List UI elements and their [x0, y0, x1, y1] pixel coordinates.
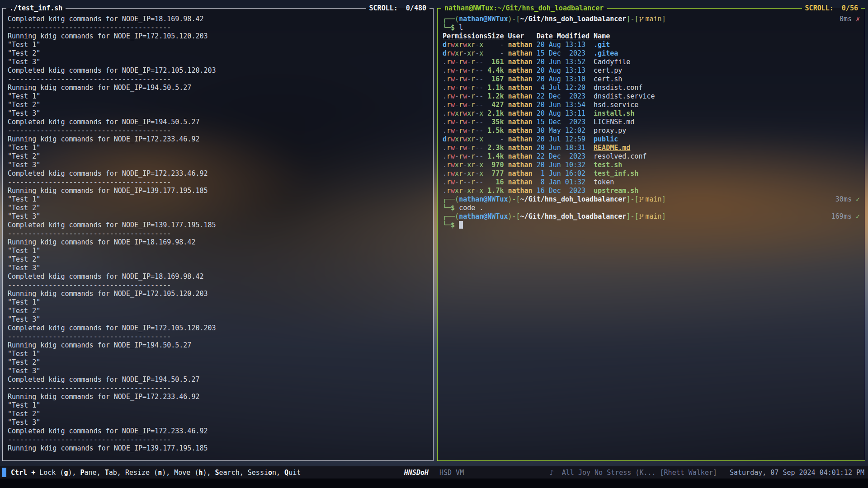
file-row[interactable]: .rw-rw-r--1.5knathan30 May 12:02proxy.py: [443, 127, 860, 135]
file-listing: PermissionsSizeUserDate ModifiedNamedrwx…: [443, 32, 860, 195]
statusbar-center: HNSDoH HSD VM: [404, 469, 464, 477]
file-owner: nathan: [508, 92, 532, 101]
log-line: ----------------------------------------: [8, 178, 428, 187]
prompt-line: ┌──(nathan@NWTux)-[~/Git/hns_doh_loadbal…: [443, 15, 860, 23]
log-line: "Test 2": [8, 358, 428, 367]
file-date: 20 Aug 13:13: [537, 66, 590, 75]
file-row[interactable]: .rw-rw-r--161nathan20 Jun 13:52Caddyfile: [443, 58, 860, 66]
log-line: Completed kdig commands for NODE_IP=172.…: [8, 169, 428, 178]
statusbar-mode-indicator: [2, 468, 6, 477]
prompt-command-line: └─$ code .: [443, 204, 860, 212]
file-row[interactable]: .rw-rw-r--2.3knathan20 Jun 18:31README.m…: [443, 144, 860, 152]
file-permissions: .rw-rw-r--: [443, 84, 487, 92]
file-row[interactable]: drwxrwxr-x-nathan20 Aug 13:13.git: [443, 41, 860, 49]
success-icon: ✓: [856, 195, 860, 204]
left-terminal-pane[interactable]: ./test_inf.sh SCROLL: 0/480 Completed kd…: [2, 8, 434, 461]
right-pane-border-top: nathan@NWTux:~/Git/hns_doh_loadbalancer …: [438, 3, 865, 13]
file-row[interactable]: .rwxr-xr-x1.7knathan16 Dec 2023upstream.…: [443, 187, 860, 195]
prompt-line: ┌──(nathan@NWTux)-[~/Git/hns_doh_loadbal…: [443, 212, 860, 221]
file-name: dnsdist.conf: [594, 84, 642, 92]
file-row[interactable]: drwxrwxr-x-nathan20 Jul 12:59public: [443, 135, 860, 144]
file-owner: nathan: [508, 58, 532, 66]
log-line: "Test 1": [8, 247, 428, 255]
success-icon: ✓: [856, 212, 860, 221]
log-line: ----------------------------------------: [8, 281, 428, 290]
hint-segment: Resize (: [125, 469, 158, 477]
file-owner: nathan: [508, 118, 532, 127]
file-owner: nathan: [508, 127, 532, 135]
typed-command: code .: [459, 204, 483, 212]
log-line: Completed kdig commands for NODE_IP=194.…: [8, 118, 428, 127]
file-permissions: .rwxr-xr-x: [443, 169, 487, 178]
typed-command: l: [459, 23, 463, 32]
file-permissions: .rw-rw-r--: [443, 152, 487, 161]
file-row[interactable]: .rw-rw-r--1.2knathan22 Dec 2023dnsdist.s…: [443, 92, 860, 101]
file-size: 1.2k: [487, 92, 504, 101]
listing-header: Permissions: [443, 32, 487, 41]
log-line: "Test 2": [8, 49, 428, 58]
prompt-git-branch: main: [646, 195, 662, 203]
listing-header: User: [508, 32, 532, 41]
file-size: 2.3k: [487, 144, 504, 152]
file-row[interactable]: .rw-rw-r--167nathan20 Aug 13:10cert.sh: [443, 75, 860, 84]
file-owner: nathan: [508, 101, 532, 109]
log-line: Running kdig commands for NODE_IP=172.10…: [8, 290, 428, 298]
vm-label: HSD VM: [439, 469, 464, 477]
git-branch-icon: [639, 214, 644, 220]
file-date: 16 Dec 2023: [537, 187, 590, 195]
file-name: dnsdist.service: [594, 92, 655, 100]
log-line: "Test 3": [8, 58, 428, 66]
hint-segment: ),: [68, 469, 80, 477]
file-date: 20 Jun 13:52: [537, 58, 590, 66]
hint-segment: Q: [284, 469, 288, 477]
log-line: Running kdig commands for NODE_IP=194.50…: [8, 84, 428, 92]
right-pane-output[interactable]: ┌──(nathan@NWTux)-[~/Git/hns_doh_loadbal…: [438, 13, 865, 460]
file-row[interactable]: .rwxrwxr-x2.1knathan20 Aug 13:11install.…: [443, 109, 860, 118]
hostname-label: HNSDoH: [404, 469, 429, 477]
file-row[interactable]: .rw-rw-r--1.1knathan 4 Jul 12:20dnsdist.…: [443, 84, 860, 92]
file-size: 777: [487, 169, 504, 178]
file-permissions: .rw-rw-r--: [443, 58, 487, 66]
file-row[interactable]: .rw-rw-r--4.4knathan20 Aug 13:13cert.py: [443, 66, 860, 75]
file-row[interactable]: .rwxr-xr-x970nathan20 Jun 10:32test.sh: [443, 161, 860, 169]
file-size: 1.4k: [487, 152, 504, 161]
file-row[interactable]: drwxr-xr-x-nathan15 Dec 2023.gitea: [443, 49, 860, 58]
log-line: ----------------------------------------: [8, 333, 428, 341]
file-date: 20 Jun 18:31: [537, 144, 590, 152]
log-line: ----------------------------------------: [8, 436, 428, 444]
file-name: upstream.sh: [594, 187, 638, 195]
log-line: "Test 3": [8, 212, 428, 221]
file-row[interactable]: .rwxr-xr-x777nathan 1 Jun 16:02test_inf.…: [443, 169, 860, 178]
left-pane-output[interactable]: Completed kdig commands for NODE_IP=18.1…: [3, 13, 433, 460]
file-date: 20 Aug 13:10: [537, 75, 590, 84]
file-name: test_inf.sh: [594, 169, 638, 178]
file-date: 15 Dec 2023: [537, 49, 590, 58]
log-line: Completed kdig commands for NODE_IP=172.…: [8, 324, 428, 333]
right-terminal-pane[interactable]: nathan@NWTux:~/Git/hns_doh_loadbalancer …: [437, 8, 865, 461]
file-size: -: [487, 49, 504, 58]
listing-header: Size: [487, 32, 504, 41]
log-line: Completed kdig commands for NODE_IP=18.1…: [8, 15, 428, 23]
left-pane-border-top: ./test_inf.sh SCROLL: 0/480: [3, 3, 433, 13]
log-line: "Test 1": [8, 195, 428, 204]
file-permissions: drwxrwxr-x: [443, 41, 487, 49]
file-size: 16: [487, 178, 504, 187]
file-size: -: [487, 41, 504, 49]
file-size: -: [487, 135, 504, 144]
file-row[interactable]: .rw-r--r--16nathan 8 Jan 01:32token: [443, 178, 860, 187]
border-segment: [438, 8, 441, 9]
hint-segment: ane,: [85, 469, 105, 477]
command-duration: 0ms: [840, 15, 852, 23]
file-name: LICENSE.md: [594, 118, 634, 126]
file-row[interactable]: .rw-rw-r--427nathan20 Jun 13:54hsd.servi…: [443, 101, 860, 109]
file-owner: nathan: [508, 109, 532, 118]
hint-segment: ab,: [109, 469, 125, 477]
prompt-git-branch: main: [646, 212, 662, 221]
file-row[interactable]: .rw-rw-r--1.4knathan22 Dec 2023resolved.…: [443, 152, 860, 161]
log-line: ----------------------------------------: [8, 75, 428, 84]
file-date: 20 Jun 13:54: [537, 101, 590, 109]
file-row[interactable]: .rw-rw-r--35knathan15 Dec 2023LICENSE.md: [443, 118, 860, 127]
prompt-line: ┌──(nathan@NWTux)-[~/Git/hns_doh_loadbal…: [443, 195, 860, 204]
terminal-cursor[interactable]: [459, 221, 463, 229]
listing-header-row: PermissionsSizeUserDate ModifiedName: [443, 32, 860, 41]
